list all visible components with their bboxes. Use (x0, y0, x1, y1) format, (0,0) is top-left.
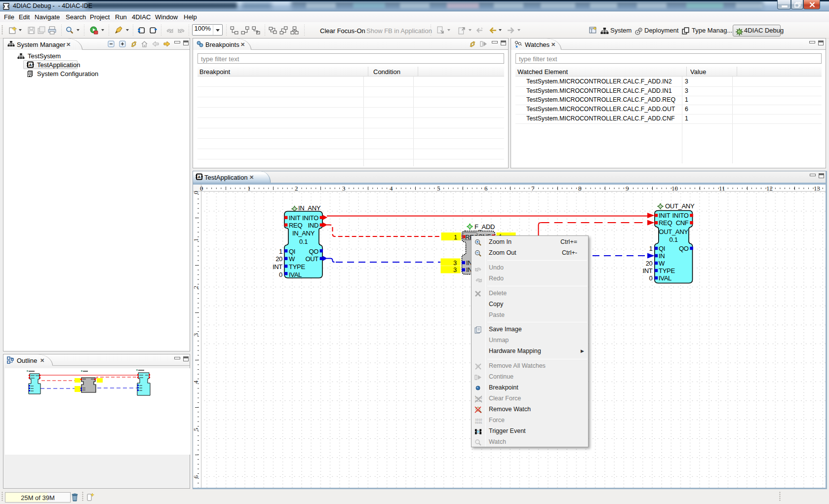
svg-text:QI: QI (289, 248, 295, 255)
svg-text:INITO: INITO (672, 212, 689, 219)
svg-text:IVAL: IVAL (659, 274, 671, 282)
svg-text:W: W (659, 260, 665, 267)
svg-text:0: 0 (649, 274, 653, 282)
svg-text:0101: 0101 (475, 421, 482, 425)
svg-text:F_ADD: F_ADD (474, 223, 495, 231)
svg-text:IN: IN (659, 252, 665, 260)
svg-text:REQ: REQ (289, 222, 302, 229)
svg-text:20: 20 (276, 255, 282, 263)
svg-text:20: 20 (646, 260, 653, 267)
svg-text:0.1: 0.1 (669, 236, 677, 243)
svg-text:QO: QO (309, 248, 318, 255)
svg-text:TYPE: TYPE (659, 267, 675, 274)
svg-text:TYPE: TYPE (289, 263, 305, 271)
svg-text:OUT_ANY: OUT_ANY (659, 228, 688, 235)
svg-text:OUT_ANY: OUT_ANY (665, 202, 695, 210)
svg-text:QI: QI (659, 245, 665, 252)
svg-text:INIT: INIT (659, 212, 671, 219)
svg-text:INIT: INIT (289, 214, 301, 222)
svg-text:OUT: OUT (305, 255, 318, 263)
svg-text:3: 3 (453, 266, 457, 273)
svg-text:1: 1 (454, 233, 457, 241)
svg-text:3: 3 (453, 259, 457, 267)
svg-text:1: 1 (279, 248, 282, 255)
svg-text:REQ: REQ (659, 219, 672, 227)
svg-text:A: A (29, 63, 32, 67)
svg-text:IND: IND (308, 222, 319, 229)
svg-text:A: A (198, 175, 201, 179)
svg-text:INITO: INITO (302, 214, 318, 222)
svg-text:0: 0 (279, 271, 282, 278)
svg-text:1: 1 (649, 245, 653, 252)
svg-text:CNF: CNF (676, 219, 689, 227)
svg-text:QO: QO (679, 245, 689, 252)
svg-text:0.1: 0.1 (299, 238, 308, 245)
svg-text:INT: INT (642, 267, 652, 274)
svg-text:IN_ANY: IN_ANY (298, 204, 321, 212)
svg-text:IVAL: IVAL (289, 271, 302, 278)
svg-text:INT: INT (273, 263, 282, 271)
svg-text:W: W (289, 255, 295, 263)
svg-text:IN_ANY: IN_ANY (292, 230, 315, 237)
